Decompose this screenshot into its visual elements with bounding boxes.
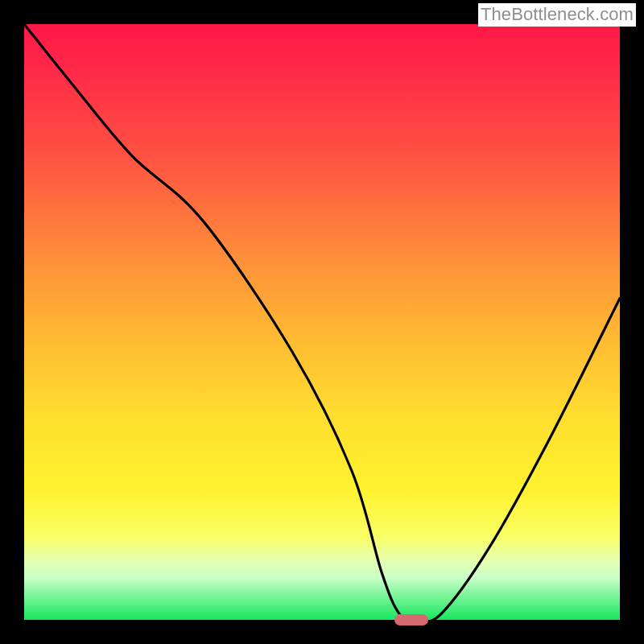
bottleneck-curve <box>24 24 620 620</box>
chart-frame: TheBottleneck.com <box>0 0 644 644</box>
plot-area <box>24 24 620 620</box>
watermark-label: TheBottleneck.com <box>478 3 636 27</box>
optimal-marker <box>394 614 428 625</box>
